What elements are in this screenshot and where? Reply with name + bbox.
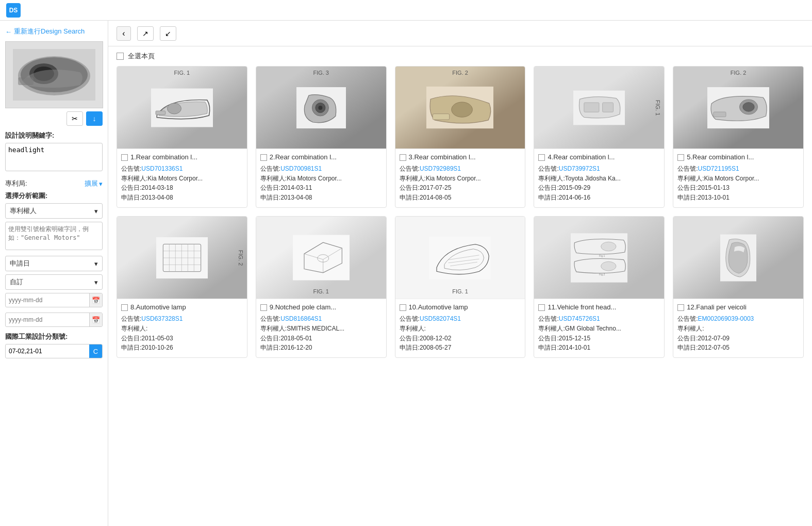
result-card-5[interactable]: FIG. 2 5.Rear combination l... 公告號:USD <box>673 66 804 208</box>
import-button[interactable]: ↗ <box>137 26 154 41</box>
card-pubno-value-2[interactable]: USD700981S1 <box>280 165 322 172</box>
fig-label-4: FIG. 1 <box>655 100 661 116</box>
result-card-4[interactable]: FIG. 1 4.Rear combination l... 公告號:USD73… <box>534 66 665 208</box>
results-grid: FIG. 1 1.Rear combination l... 公告號:USD <box>108 66 812 366</box>
result-card-3[interactable]: FIG. 2 3.Rear combination l... 公告號:USD79… <box>395 66 526 208</box>
result-card-8[interactable]: FIG. 2 <box>117 216 247 358</box>
card-pubno-value-12[interactable]: EM002069039-0003 <box>698 315 754 322</box>
fig-label-8: FIG. 2 <box>238 250 244 266</box>
select-all-checkbox[interactable] <box>117 53 124 60</box>
date-from-icon[interactable]: 📅 <box>89 293 102 307</box>
ipc-input[interactable] <box>6 348 89 355</box>
card-image-1: FIG. 1 <box>117 67 247 149</box>
result-card-12[interactable]: 12.Fanali per veicoli 公告號:EM002069039-00… <box>673 216 804 358</box>
custom-chevron-icon: ▾ <box>94 278 98 286</box>
select-all-row: 全選本頁 <box>108 46 812 66</box>
card-title-12: 12.Fanali per veicoli <box>687 303 747 312</box>
keyword-textarea[interactable]: headlight <box>5 143 103 171</box>
card-pubno-value-11[interactable]: USD745726S1 <box>559 315 600 322</box>
card-patentee-8: 専利權人: <box>121 324 243 333</box>
card-pubno-value-8[interactable]: USD637328S1 <box>141 315 183 322</box>
card-info-2: 2.Rear combination l... 公告號:USD700981S1 … <box>256 149 386 207</box>
card-patentee-9: 専利權人:SMITHS MEDICAL... <box>260 324 382 333</box>
result-card-10[interactable]: FIG. 1 10.Automotive <box>395 216 526 358</box>
card-title-8: 8.Automotive lamp <box>130 303 186 312</box>
card-checkbox-11[interactable] <box>538 304 545 311</box>
card-checkbox-9[interactable] <box>260 304 267 311</box>
svg-point-21 <box>743 102 754 111</box>
card-pubno-11: 公告號:USD745726S1 <box>538 315 660 323</box>
collapse-sidebar-button[interactable]: ‹ <box>117 26 131 41</box>
back-link[interactable]: 重新進行Design Search <box>5 27 103 36</box>
owner-chevron-icon: ▾ <box>94 207 98 215</box>
owner-search-input[interactable]: 使用雙引號檢索明確字詞，例如："General Motors" <box>5 222 103 250</box>
svg-rect-15 <box>433 114 450 120</box>
card-title-1: 1.Rear combination l... <box>130 153 197 162</box>
card-pubno-value-10[interactable]: USD582074S1 <box>420 315 461 322</box>
card-info-10: 10.Automotive lamp 公告號:USD582074S1 専利權人:… <box>395 299 525 357</box>
image-actions: ✂ ↓ <box>5 111 103 126</box>
sidebar: 重新進行Design Search ✂ ↓ 設計說明關鍵字: headlight… <box>0 21 108 526</box>
card-checkbox-1[interactable] <box>121 154 128 161</box>
card-pubno-value-4[interactable]: USD739972S1 <box>559 165 600 172</box>
export-button[interactable]: ↙ <box>160 26 176 41</box>
patent-office-row: 專利局: 擴展 ▾ <box>5 179 103 188</box>
card-checkbox-5[interactable] <box>677 154 684 161</box>
card-title-5: 5.Rear combination l... <box>687 153 754 162</box>
card-checkbox-3[interactable] <box>400 154 406 161</box>
card-checkbox-12[interactable] <box>677 304 684 311</box>
result-card-11[interactable]: Fig.1 Fig.2 11.Vehicle front head... 公告號… <box>534 216 665 358</box>
card-pubdate-2: 公告日:2014-03-11 <box>260 184 382 192</box>
svg-rect-17 <box>584 103 599 112</box>
expand-link[interactable]: 擴展 ▾ <box>85 179 103 188</box>
result-card-1[interactable]: FIG. 1 1.Rear combination l... 公告號:USD <box>117 66 247 208</box>
date-from-input-row: 📅 <box>5 293 103 307</box>
card-filing-2: 申請日:2013-04-08 <box>260 193 382 202</box>
filing-date-label: 申請日 <box>10 259 30 268</box>
card-pubdate-12: 公告日:2012-07-09 <box>677 334 799 343</box>
card-pubno-value-9[interactable]: USD816864S1 <box>280 315 322 322</box>
result-card-2[interactable]: FIG. 3 2.Rear combination l... 公告號:USD <box>256 66 387 208</box>
ipc-input-row: C <box>5 344 103 358</box>
date-from-input[interactable] <box>6 297 89 304</box>
card-title-2: 2.Rear combination l... <box>270 153 337 162</box>
card-pubdate-9: 公告日:2018-05-01 <box>260 334 382 343</box>
card-pubdate-10: 公告日:2008-12-02 <box>400 334 521 343</box>
svg-rect-22 <box>714 112 726 117</box>
filing-date-dropdown[interactable]: 申請日 ▾ <box>5 256 103 271</box>
date-to-icon[interactable]: 📅 <box>89 313 102 327</box>
card-pubno-10: 公告號:USD582074S1 <box>400 315 521 323</box>
ipc-search-button[interactable]: C <box>89 344 102 358</box>
card-image-3: FIG. 2 <box>395 67 525 149</box>
card-filing-11: 申請日:2014-10-01 <box>538 343 660 352</box>
download-button[interactable]: ↓ <box>86 111 103 126</box>
svg-rect-5 <box>18 77 34 85</box>
card-info-1: 1.Rear combination l... 公告號:USD701336S1 … <box>117 149 247 207</box>
card-checkbox-row-5: 5.Rear combination l... <box>677 153 799 162</box>
card-image-2: FIG. 3 <box>256 67 386 149</box>
custom-dropdown[interactable]: 自訂 ▾ <box>5 274 103 290</box>
card-checkbox-2[interactable] <box>260 154 267 161</box>
owner-dropdown[interactable]: 專利權人 ▾ <box>5 203 103 219</box>
card-checkbox-10[interactable] <box>400 304 406 311</box>
date-to-input[interactable] <box>6 316 89 323</box>
result-card-9[interactable]: FIG. 1 9.Notched pole clam... <box>256 216 387 358</box>
card-checkbox-row-12: 12.Fanali per veicoli <box>677 303 799 312</box>
card-checkbox-row-9: 9.Notched pole clam... <box>260 303 382 312</box>
card-pubno-value-3[interactable]: USD792989S1 <box>420 165 461 172</box>
card-pubno-value-1[interactable]: USD701336S1 <box>141 165 183 172</box>
fig-label-3: FIG. 2 <box>452 70 468 76</box>
card-checkbox-row-3: 3.Rear combination l... <box>400 153 521 162</box>
crop-button[interactable]: ✂ <box>67 111 83 126</box>
card-checkbox-8[interactable] <box>121 304 128 311</box>
card-patentee-11: 専利權人:GM Global Techno... <box>538 324 660 333</box>
card-checkbox-row-11: 11.Vehicle front head... <box>538 303 660 312</box>
svg-text:Fig.2: Fig.2 <box>599 273 605 276</box>
ipc-section: 國際工業設計分類號: C <box>5 332 103 358</box>
card-title-3: 3.Rear combination l... <box>409 153 476 162</box>
card-pubno-value-5[interactable]: USD721195S1 <box>698 165 739 172</box>
fig-label-1: FIG. 1 <box>174 70 190 76</box>
main-layout: 重新進行Design Search ✂ ↓ 設計說明關鍵字: headlight… <box>0 21 812 526</box>
card-checkbox-4[interactable] <box>538 154 545 161</box>
card-image-9: FIG. 1 <box>256 217 386 299</box>
